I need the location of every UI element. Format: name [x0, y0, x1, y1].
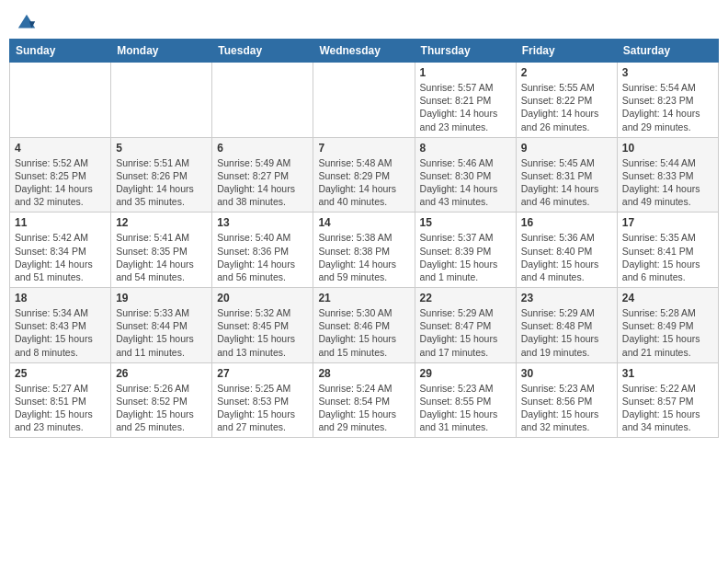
calendar-week-row: 11Sunrise: 5:42 AM Sunset: 8:34 PM Dayli… [10, 213, 719, 288]
calendar-day-header: Tuesday [212, 40, 313, 63]
calendar-day-cell: 14Sunrise: 5:38 AM Sunset: 8:38 PM Dayli… [313, 213, 415, 288]
day-number: 30 [521, 367, 612, 380]
logo [15, 13, 39, 29]
page-header [9, 9, 719, 33]
day-number: 10 [622, 142, 713, 155]
day-info: Sunrise: 5:46 AM Sunset: 8:30 PM Dayligh… [420, 156, 511, 209]
day-number: 18 [15, 292, 106, 304]
calendar-header-row: SundayMondayTuesdayWednesdayThursdayFrid… [10, 40, 719, 63]
calendar-week-row: 18Sunrise: 5:34 AM Sunset: 8:43 PM Dayli… [10, 288, 719, 363]
calendar-day-cell: 2Sunrise: 5:55 AM Sunset: 8:22 PM Daylig… [516, 63, 617, 138]
day-info: Sunrise: 5:35 AM Sunset: 8:41 PM Dayligh… [622, 231, 713, 283]
calendar-day-cell: 22Sunrise: 5:29 AM Sunset: 8:47 PM Dayli… [415, 288, 516, 363]
day-number: 12 [116, 216, 207, 229]
calendar-day-cell: 18Sunrise: 5:34 AM Sunset: 8:43 PM Dayli… [10, 288, 111, 363]
day-info: Sunrise: 5:24 AM Sunset: 8:54 PM Dayligh… [318, 382, 409, 434]
day-info: Sunrise: 5:51 AM Sunset: 8:26 PM Dayligh… [116, 156, 207, 209]
day-number: 27 [217, 367, 308, 380]
day-info: Sunrise: 5:30 AM Sunset: 8:46 PM Dayligh… [318, 306, 409, 359]
calendar-day-cell: 19Sunrise: 5:33 AM Sunset: 8:44 PM Dayli… [111, 288, 212, 363]
calendar-day-cell: 12Sunrise: 5:41 AM Sunset: 8:35 PM Dayli… [111, 213, 212, 288]
day-number: 2 [521, 66, 612, 79]
day-number: 25 [15, 367, 106, 380]
calendar-day-cell: 10Sunrise: 5:44 AM Sunset: 8:33 PM Dayli… [617, 137, 718, 213]
day-number: 22 [420, 292, 511, 304]
day-number: 15 [420, 216, 511, 229]
day-number: 17 [622, 216, 713, 229]
day-info: Sunrise: 5:41 AM Sunset: 8:35 PM Dayligh… [116, 231, 207, 283]
calendar-day-cell: 1Sunrise: 5:57 AM Sunset: 8:21 PM Daylig… [415, 63, 516, 138]
day-number: 6 [217, 142, 308, 155]
calendar-day-cell: 28Sunrise: 5:24 AM Sunset: 8:54 PM Dayli… [313, 362, 415, 438]
day-info: Sunrise: 5:29 AM Sunset: 8:47 PM Dayligh… [420, 306, 511, 359]
day-info: Sunrise: 5:48 AM Sunset: 8:29 PM Dayligh… [318, 156, 409, 209]
calendar-day-cell: 24Sunrise: 5:28 AM Sunset: 8:49 PM Dayli… [617, 288, 718, 363]
calendar-day-cell: 5Sunrise: 5:51 AM Sunset: 8:26 PM Daylig… [111, 137, 212, 213]
day-info: Sunrise: 5:23 AM Sunset: 8:55 PM Dayligh… [420, 382, 511, 434]
calendar-week-row: 25Sunrise: 5:27 AM Sunset: 8:51 PM Dayli… [10, 362, 719, 438]
calendar-day-cell: 4Sunrise: 5:52 AM Sunset: 8:25 PM Daylig… [10, 137, 111, 213]
day-info: Sunrise: 5:38 AM Sunset: 8:38 PM Dayligh… [318, 231, 409, 283]
day-number: 13 [217, 216, 308, 229]
calendar-day-cell [313, 63, 415, 138]
day-number: 28 [318, 367, 409, 380]
day-info: Sunrise: 5:42 AM Sunset: 8:34 PM Dayligh… [15, 231, 106, 283]
day-info: Sunrise: 5:40 AM Sunset: 8:36 PM Dayligh… [217, 231, 308, 283]
day-info: Sunrise: 5:52 AM Sunset: 8:25 PM Dayligh… [15, 156, 106, 209]
calendar-day-cell: 8Sunrise: 5:46 AM Sunset: 8:30 PM Daylig… [415, 137, 516, 213]
day-info: Sunrise: 5:36 AM Sunset: 8:40 PM Dayligh… [521, 231, 612, 283]
day-number: 19 [116, 292, 207, 304]
calendar-day-cell: 17Sunrise: 5:35 AM Sunset: 8:41 PM Dayli… [617, 213, 718, 288]
day-info: Sunrise: 5:25 AM Sunset: 8:53 PM Dayligh… [217, 382, 308, 434]
calendar-day-cell: 26Sunrise: 5:26 AM Sunset: 8:52 PM Dayli… [111, 362, 212, 438]
calendar-day-cell: 23Sunrise: 5:29 AM Sunset: 8:48 PM Dayli… [516, 288, 617, 363]
day-info: Sunrise: 5:37 AM Sunset: 8:39 PM Dayligh… [420, 231, 511, 283]
day-info: Sunrise: 5:29 AM Sunset: 8:48 PM Dayligh… [521, 306, 612, 359]
calendar-week-row: 1Sunrise: 5:57 AM Sunset: 8:21 PM Daylig… [10, 63, 719, 138]
day-info: Sunrise: 5:26 AM Sunset: 8:52 PM Dayligh… [116, 382, 207, 434]
day-info: Sunrise: 5:28 AM Sunset: 8:49 PM Dayligh… [622, 306, 713, 359]
calendar-day-cell: 29Sunrise: 5:23 AM Sunset: 8:55 PM Dayli… [415, 362, 516, 438]
day-info: Sunrise: 5:57 AM Sunset: 8:21 PM Dayligh… [420, 81, 511, 133]
calendar-week-row: 4Sunrise: 5:52 AM Sunset: 8:25 PM Daylig… [10, 137, 719, 213]
calendar-day-header: Monday [111, 40, 212, 63]
day-info: Sunrise: 5:23 AM Sunset: 8:56 PM Dayligh… [521, 382, 612, 434]
calendar-day-cell [212, 63, 313, 138]
calendar-day-cell: 3Sunrise: 5:54 AM Sunset: 8:23 PM Daylig… [617, 63, 718, 138]
day-number: 21 [318, 292, 409, 304]
day-number: 1 [420, 66, 511, 79]
calendar-day-cell [111, 63, 212, 138]
calendar-day-cell [10, 63, 111, 138]
day-info: Sunrise: 5:54 AM Sunset: 8:23 PM Dayligh… [622, 81, 713, 133]
day-info: Sunrise: 5:34 AM Sunset: 8:43 PM Dayligh… [15, 306, 106, 359]
calendar-day-cell: 9Sunrise: 5:45 AM Sunset: 8:31 PM Daylig… [516, 137, 617, 213]
calendar-day-header: Thursday [415, 40, 516, 63]
day-info: Sunrise: 5:49 AM Sunset: 8:27 PM Dayligh… [217, 156, 308, 209]
day-info: Sunrise: 5:45 AM Sunset: 8:31 PM Dayligh… [521, 156, 612, 209]
day-info: Sunrise: 5:33 AM Sunset: 8:44 PM Dayligh… [116, 306, 207, 359]
day-info: Sunrise: 5:27 AM Sunset: 8:51 PM Dayligh… [15, 382, 106, 434]
calendar-day-cell: 7Sunrise: 5:48 AM Sunset: 8:29 PM Daylig… [313, 137, 415, 213]
calendar-day-cell: 11Sunrise: 5:42 AM Sunset: 8:34 PM Dayli… [10, 213, 111, 288]
calendar-day-cell: 31Sunrise: 5:22 AM Sunset: 8:57 PM Dayli… [617, 362, 718, 438]
calendar-day-cell: 16Sunrise: 5:36 AM Sunset: 8:40 PM Dayli… [516, 213, 617, 288]
day-info: Sunrise: 5:22 AM Sunset: 8:57 PM Dayligh… [622, 382, 713, 434]
calendar-day-cell: 13Sunrise: 5:40 AM Sunset: 8:36 PM Dayli… [212, 213, 313, 288]
calendar-day-cell: 15Sunrise: 5:37 AM Sunset: 8:39 PM Dayli… [415, 213, 516, 288]
day-number: 29 [420, 367, 511, 380]
day-number: 7 [318, 142, 409, 155]
day-number: 11 [15, 216, 106, 229]
day-number: 3 [622, 66, 713, 79]
day-number: 26 [116, 367, 207, 380]
day-info: Sunrise: 5:44 AM Sunset: 8:33 PM Dayligh… [622, 156, 713, 209]
calendar-day-cell: 21Sunrise: 5:30 AM Sunset: 8:46 PM Dayli… [313, 288, 415, 363]
day-info: Sunrise: 5:55 AM Sunset: 8:22 PM Dayligh… [521, 81, 612, 133]
calendar-day-header: Friday [516, 40, 617, 63]
day-number: 20 [217, 292, 308, 304]
calendar-day-cell: 27Sunrise: 5:25 AM Sunset: 8:53 PM Dayli… [212, 362, 313, 438]
calendar-day-header: Wednesday [313, 40, 415, 63]
day-number: 23 [521, 292, 612, 304]
day-number: 31 [622, 367, 713, 380]
day-number: 24 [622, 292, 713, 304]
day-info: Sunrise: 5:32 AM Sunset: 8:45 PM Dayligh… [217, 306, 308, 359]
